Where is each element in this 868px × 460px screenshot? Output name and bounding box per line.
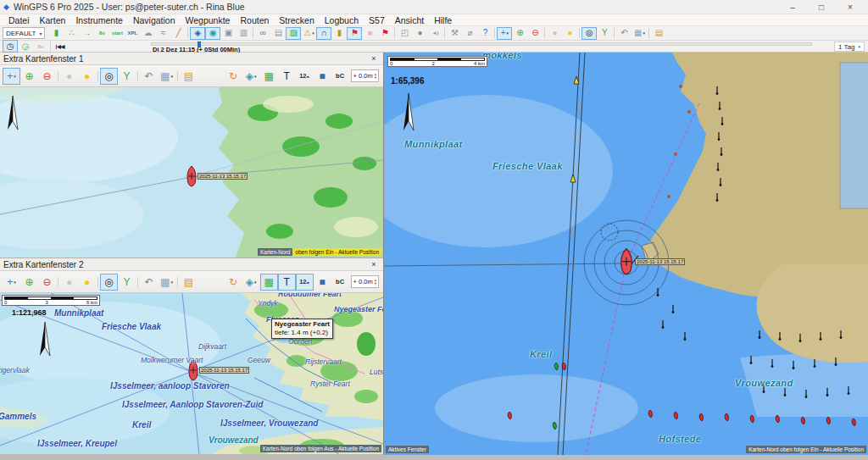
backlight-off-button[interactable]: ● [547,27,562,40]
zoom-in-button[interactable]: ⊕ [512,27,527,40]
undo-button[interactable]: ↶ [140,68,158,85]
backlight-off-button[interactable]: ● [60,274,78,291]
center-vessel-button[interactable]: ◎ [100,68,118,85]
chart-orientation-button[interactable]: ◈▾ [242,68,260,85]
follow-vessel-button[interactable]: ◉ [205,27,220,40]
menu-wegpunkte[interactable]: Wegpunkte [181,15,236,25]
profile-combo[interactable]: DEFAULT ▾ [3,27,45,39]
time-sync-button[interactable]: ◶ [18,40,33,53]
depth-area-button[interactable]: ■ [314,274,331,291]
close-icon[interactable]: × [368,260,380,269]
chart-grid-button[interactable]: ▦▾ [158,274,175,291]
pan-mode-button[interactable]: +▾ [3,274,20,291]
pan-mode-button[interactable]: +▾ [3,68,20,85]
center-vessel-button[interactable]: ◎ [100,274,118,291]
warnings-button[interactable]: ⚠▾ [301,27,316,40]
menu-instrumente[interactable]: Instrumente [70,15,127,25]
menu-navigation[interactable]: Navigation [128,15,181,25]
chart-pattern-button[interactable]: ▦ [260,68,278,85]
chart-orientation-button[interactable]: ◈▾ [242,274,260,291]
depth-contours-button[interactable]: bC [331,274,349,291]
depth-contours-button[interactable]: bC [331,68,349,85]
xpl-export-button[interactable]: XPL [125,27,140,40]
minimize-button[interactable]: – [778,3,807,12]
menu-routen[interactable]: Routen [235,15,274,25]
route-editor-button[interactable]: ∴ [64,27,79,40]
start-navigation-button[interactable]: start [109,27,125,40]
auto-rotate-button[interactable]: ↻ [225,68,242,85]
undo-button[interactable]: ↶ [140,274,158,291]
menu-logbuch[interactable]: Logbuch [320,15,364,25]
menu-hilfe[interactable]: Hilfe [429,15,457,25]
timeline-slider[interactable] [151,42,812,46]
area-select-button[interactable]: ■ [362,27,377,40]
time-range-combo[interactable]: 1 Tag ▾ [834,42,865,52]
gps-connection-button[interactable]: ▮ [48,27,64,40]
chart-grid-button[interactable]: ▦▾ [158,68,175,85]
tide-info-button[interactable]: ≈ [155,27,170,40]
center-vessel-button[interactable]: ◎ [581,27,597,40]
help-button[interactable]: ? [477,27,492,40]
maximize-button[interactable]: □ [807,3,836,12]
depth-numbers-button[interactable]: 12₈ [296,68,314,85]
zoom-in-button[interactable]: ⊕ [20,68,38,85]
finish-flag-button[interactable]: ⚑ [347,27,362,40]
auto-rotate-button[interactable]: ↻ [225,274,242,291]
route-split-button[interactable]: Y [118,68,136,85]
settings-wrench-button[interactable]: ⚒ [447,27,462,40]
chart-grid-button[interactable]: ▦▾ [632,27,647,40]
text-labels-button[interactable]: T [278,68,296,85]
text-labels-button[interactable]: T [278,274,296,291]
weather-overlay-button[interactable]: ☁ [140,27,155,40]
depth-numbers-button[interactable]: 12₈ [296,274,314,291]
binoculars-button[interactable]: ∞ [255,27,270,40]
panel2-map[interactable]: Rouddumer FeartYndykMunnikplaatFriesche … [0,293,383,454]
bridges-button[interactable]: ∩ [316,27,331,40]
chart-set-alt-button[interactable]: ▥ [236,27,251,40]
spinner-arrows-icon[interactable]: ▴▾ [375,73,376,80]
search-magnifier-button[interactable]: ⌀ [462,27,477,40]
menu-karten[interactable]: Karten [35,15,71,25]
route-draw-button[interactable]: ╱ [170,27,186,40]
menu-ansicht[interactable]: Ansicht [390,15,429,25]
depth-area-button[interactable]: ■ [314,68,331,85]
chart-pattern-button[interactable]: ▦ [260,274,278,291]
waypoint-list-button[interactable]: 8o [94,27,109,40]
main-map[interactable]: mokkelsMunnikplaatFriesche VlaakKreilVro… [383,53,868,455]
backlight-on-button[interactable]: ● [78,274,96,291]
window-layout-button[interactable]: ◰ [397,27,412,40]
road-map-button[interactable]: ▨ [286,27,301,40]
route-split-button[interactable]: Y [597,27,612,40]
backlight-on-button[interactable]: ● [78,68,96,85]
zoom-in-button[interactable]: ⊕ [20,274,38,291]
route-split-button[interactable]: Y [118,274,136,291]
depth-offset-spinner[interactable]: + 0.0m▴▾ [351,69,379,82]
chart-drawer-button[interactable]: ▤ [180,68,198,85]
chart-compass-button[interactable]: ◈ [190,27,205,40]
close-button[interactable]: × [836,3,865,12]
menu-strecken[interactable]: Strecken [274,15,319,25]
globe-view-button[interactable]: ● [412,27,427,40]
rewind-button[interactable]: |◀◀ [53,40,68,53]
depth-offset-spinner[interactable]: + 0.0m▴▾ [351,275,379,288]
time-clock-button[interactable]: ◷ [3,40,18,53]
chart-drawer-button[interactable]: ▤ [180,274,198,291]
panel1-map[interactable]: 2025-11-13 15.15.17 Karten-Nord oben fol… [0,87,383,258]
backlight-off-button[interactable]: ● [60,68,78,85]
spinner-arrows-icon[interactable]: ▴▾ [375,279,376,285]
waypoint-flag-button[interactable]: ⚑ [377,27,392,40]
backlight-on-button[interactable]: ● [562,27,577,40]
chart-set-button[interactable]: ▣ [220,27,236,40]
panel1-header[interactable]: Extra Kartenfenster 1 × [0,53,383,65]
zoom-out-button[interactable]: ⊖ [38,68,56,85]
panel2-header[interactable]: Extra Kartenfenster 2 × [0,258,383,271]
time-waypoints-button[interactable]: 8o [33,40,48,53]
zoom-out-button[interactable]: ⊖ [527,27,542,40]
zoom-out-button[interactable]: ⊖ [38,274,56,291]
undo-button[interactable]: ↶ [616,27,632,40]
menu-s57[interactable]: S57 [364,15,390,25]
pan-mode-button[interactable]: +▾ [497,27,512,40]
menu-datei[interactable]: Datei [3,15,35,25]
chart-drawer-button[interactable]: ▤ [651,27,666,40]
harbour-info-button[interactable]: ▮ [331,27,347,40]
